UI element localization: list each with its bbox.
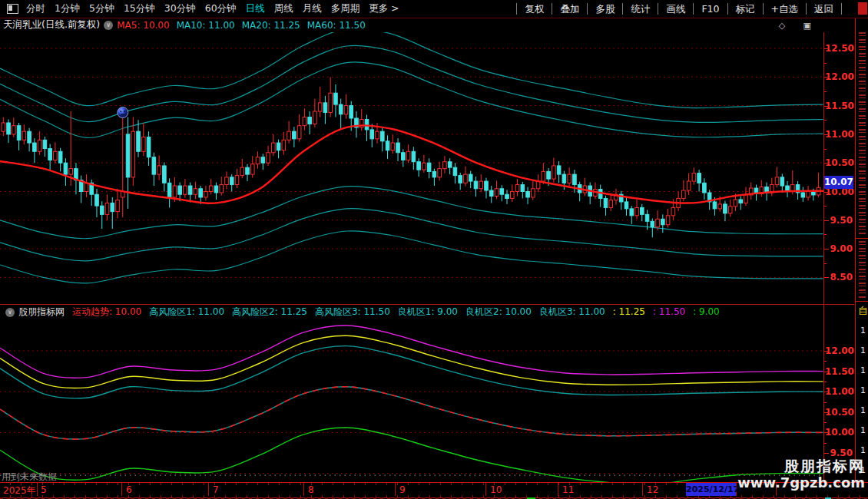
month-separator bbox=[303, 483, 304, 496]
month-separator bbox=[121, 483, 122, 496]
axis-label: 9.00 bbox=[825, 243, 853, 254]
indicator-line-chart[interactable] bbox=[0, 319, 823, 482]
axis-tick bbox=[824, 432, 829, 433]
chart-mode-icons[interactable]: ◇ ▣ bbox=[779, 21, 819, 31]
month-label-8: 8 bbox=[308, 484, 314, 495]
axis-minor-tick bbox=[824, 149, 827, 150]
year-label: 2025年 bbox=[3, 484, 36, 497]
axis-label: 12.00 bbox=[825, 345, 853, 356]
axis-tick bbox=[824, 412, 829, 413]
axis-tick bbox=[824, 192, 829, 193]
toolbar-button-统计[interactable]: 统计 bbox=[622, 3, 658, 15]
axis-minor-tick bbox=[824, 120, 827, 121]
axis-label: 11.50 bbox=[825, 366, 853, 377]
ma-value-1: MA5: 10.00 bbox=[117, 20, 169, 31]
period-tab-3[interactable]: 5分钟 bbox=[89, 2, 114, 15]
indicator-field-9: : 11.50 bbox=[653, 306, 685, 317]
chevron-down-icon[interactable]: ∨ bbox=[5, 308, 15, 317]
axis-tick bbox=[824, 163, 829, 164]
indicator-field-1: 运动趋势: 10.00 bbox=[72, 306, 141, 317]
month-separator bbox=[37, 483, 38, 496]
axis-label: 11.00 bbox=[825, 129, 853, 140]
indicator-field-7: 良机区3: 11.00 bbox=[539, 306, 605, 317]
axis-label: 12.00 bbox=[825, 71, 853, 82]
toolbar-button-复权[interactable]: 复权 bbox=[516, 3, 552, 15]
axis-minor-tick bbox=[824, 63, 827, 64]
toolbar-button-返回[interactable]: 返回 bbox=[806, 3, 842, 15]
axis-label: 11.00 bbox=[825, 386, 853, 397]
axis-minor-tick bbox=[824, 234, 827, 235]
axis-tick bbox=[824, 106, 829, 107]
period-tab-10[interactable]: 多周期 bbox=[331, 2, 360, 15]
right-clipped-panel[interactable]: 自 11111111 bbox=[855, 18, 868, 482]
indicator-field-8: : 11.25 bbox=[613, 306, 645, 317]
price-axis-border bbox=[823, 32, 824, 497]
toolbar-button-F10[interactable]: F10 bbox=[693, 3, 727, 15]
period-tab-9[interactable]: 月线 bbox=[303, 2, 322, 15]
axis-minor-tick bbox=[824, 402, 827, 403]
month-separator bbox=[558, 483, 558, 496]
period-tab-8[interactable]: 周线 bbox=[274, 2, 293, 15]
month-label-9: 9 bbox=[399, 484, 406, 495]
axis-label: 11.50 bbox=[825, 101, 853, 111]
clipped-glyphs bbox=[859, 32, 866, 236]
chevron-down-icon[interactable]: ∨ bbox=[104, 21, 113, 30]
clipped-digit: 1 bbox=[860, 405, 866, 415]
month-label-12: 12 bbox=[647, 484, 658, 495]
stock-info-bar: 天润乳业(日线.前复权) ∨ MA5: 10.00MA10: 11.00MA20… bbox=[0, 18, 823, 31]
indicator-field-2: 高风险区1: 11.00 bbox=[149, 306, 224, 317]
axis-minor-tick bbox=[824, 361, 827, 362]
axis-label: 8.50 bbox=[825, 272, 853, 283]
indicator-field-5: 良机区1: 9.00 bbox=[398, 306, 458, 317]
future-data-note: 用到未来数据 bbox=[2, 471, 57, 484]
trading-app-window: 分时1分钟5分钟15分钟30分钟60分钟日线周线月线多周期更多 > 复权叠加多股… bbox=[0, 0, 868, 499]
axis-tick bbox=[824, 453, 829, 454]
axis-tick bbox=[824, 220, 829, 221]
toolbar-button-多股[interactable]: 多股 bbox=[587, 3, 622, 15]
watermark-site-name: 股朋指标网 bbox=[737, 458, 865, 474]
period-tab-1[interactable]: 分时 bbox=[26, 2, 45, 15]
axis-tick bbox=[824, 77, 829, 78]
period-tab-6[interactable]: 60分钟 bbox=[205, 2, 237, 15]
main-candlestick-chart[interactable] bbox=[0, 32, 823, 304]
indicator-field-3: 高风险区2: 11.25 bbox=[232, 306, 307, 317]
strip-separator bbox=[856, 238, 868, 239]
toolbar-button-标记[interactable]: 标记 bbox=[727, 3, 763, 15]
ma-value-2: MA10: 11.00 bbox=[177, 20, 235, 31]
axis-minor-tick bbox=[824, 422, 827, 423]
sad-face-badge-icon bbox=[118, 107, 128, 118]
axis-label: 9.50 bbox=[825, 215, 853, 226]
month-separator bbox=[642, 483, 643, 496]
last-price-tag: 10.07 bbox=[824, 176, 853, 189]
toolbar-buttons: 复权叠加多股统计画线F10标记+自选返回 bbox=[516, 0, 842, 18]
axis-label: 9.50 bbox=[825, 448, 853, 458]
month-label-5: 5 bbox=[41, 484, 47, 495]
toolbar-button-画线[interactable]: 画线 bbox=[658, 3, 693, 15]
panel-divider bbox=[0, 304, 854, 305]
period-tabs: 分时1分钟5分钟15分钟30分钟60分钟日线周线月线多周期更多 > bbox=[26, 2, 399, 15]
window-split-icon[interactable] bbox=[7, 4, 18, 14]
clipped-digit: 1 bbox=[860, 425, 866, 435]
clipped-glyphs bbox=[859, 241, 866, 299]
month-label-7: 7 bbox=[213, 484, 219, 495]
axis-minor-tick bbox=[824, 263, 827, 264]
indicator-field-6: 良机区2: 10.00 bbox=[465, 306, 532, 317]
toolbar-button-+自选[interactable]: +自选 bbox=[763, 3, 806, 15]
axis-tick bbox=[824, 249, 829, 250]
ma-legend: MA5: 10.00MA10: 11.00MA20: 11.25MA60: 11… bbox=[117, 20, 373, 31]
month-label-6: 6 bbox=[126, 484, 132, 495]
ma-value-3: MA20: 11.25 bbox=[242, 20, 300, 31]
clipped-digit: 1 bbox=[860, 365, 866, 375]
indicator-field-10: : 9.00 bbox=[693, 306, 720, 317]
axis-tick bbox=[824, 351, 829, 352]
toolbar-button-叠加[interactable]: 叠加 bbox=[552, 3, 587, 15]
axis-minor-tick bbox=[824, 91, 827, 92]
indicator-values: 运动趋势: 10.00高风险区1: 11.00高风险区2: 11.25高风险区3… bbox=[72, 306, 727, 318]
period-tab-4[interactable]: 15分钟 bbox=[124, 2, 155, 15]
period-tab-11[interactable]: 更多 > bbox=[369, 2, 399, 15]
period-tab-2[interactable]: 1分钟 bbox=[55, 2, 80, 15]
axis-label: 10.00 bbox=[825, 427, 853, 438]
period-tab-7[interactable]: 日线 bbox=[246, 2, 265, 15]
period-tab-5[interactable]: 30分钟 bbox=[164, 2, 196, 15]
axis-label: 10.50 bbox=[825, 407, 853, 418]
